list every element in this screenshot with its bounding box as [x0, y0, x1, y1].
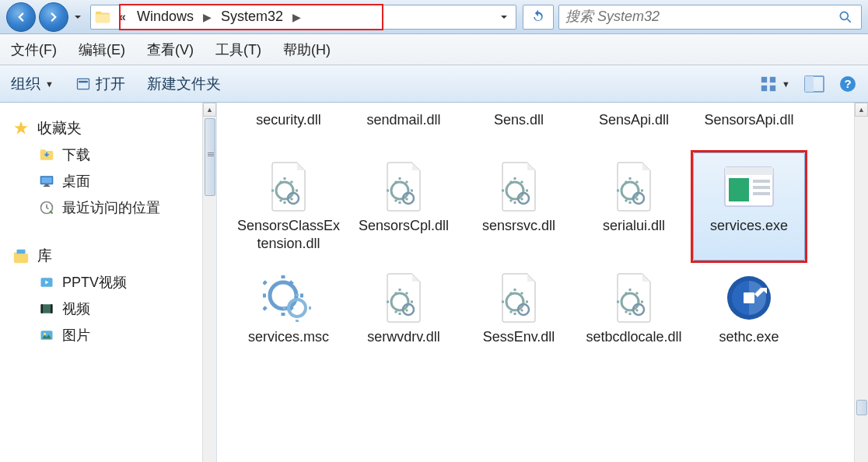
sidebar-desktop-label: 桌面 [62, 172, 90, 191]
view-options-button[interactable]: ▼ [760, 75, 790, 93]
file-label: SensorsClassExtension.dll [236, 217, 341, 254]
svg-rect-6 [770, 85, 775, 90]
svg-rect-47 [744, 292, 754, 303]
sidebar-libraries-label: 库 [37, 246, 52, 266]
sidebar-recent-label: 最近访问的位置 [62, 198, 160, 217]
sidebar-pictures[interactable]: 图片 [5, 322, 212, 348]
file-item[interactable]: security.dll [233, 110, 345, 149]
file-item[interactable]: sensrsvc.dll [463, 152, 575, 261]
search-icon[interactable] [836, 9, 855, 25]
svg-rect-4 [770, 76, 775, 82]
sethc-icon [722, 271, 776, 325]
content-scrollbar[interactable]: ▲ [854, 103, 868, 462]
file-label: services.msc [248, 328, 329, 346]
video-icon [39, 275, 54, 290]
sidebar-desktop[interactable]: 桌面 [5, 168, 212, 194]
file-item[interactable]: setbcdlocale.dll [578, 264, 690, 365]
sidebar-recent[interactable]: 最近访问的位置 [5, 194, 212, 221]
library-icon [12, 247, 30, 264]
exe-icon [722, 159, 776, 214]
dll-icon [376, 271, 431, 325]
file-label: sensrsvc.dll [482, 217, 555, 235]
dll-icon [376, 159, 431, 214]
sidebar-favorites-label: 收藏夹 [37, 118, 82, 138]
dll-icon [492, 159, 546, 214]
file-view: security.dll sendmail.dll Sens.dll SensA… [216, 103, 868, 462]
file-label: serialui.dll [603, 217, 665, 235]
search-input[interactable] [565, 9, 836, 25]
file-label: sethc.exe [719, 328, 779, 346]
open-label: 打开 [96, 74, 125, 94]
file-item[interactable]: serwvdrv.dll [348, 264, 460, 365]
open-button[interactable]: 打开 [75, 74, 125, 94]
svg-point-37 [270, 282, 296, 309]
breadcrumb-windows[interactable]: Windows [131, 7, 200, 26]
address-bar[interactable]: « Windows ▶ System32 ▶ [90, 5, 516, 30]
search-box[interactable] [558, 5, 862, 30]
sidebar-pptv-label: PPTV视频 [62, 273, 127, 292]
help-button[interactable]: ? [838, 75, 857, 93]
nav-history-dropdown[interactable] [72, 13, 84, 21]
sidebar-downloads-label: 下载 [62, 145, 90, 164]
menu-file[interactable]: 文件(F) [11, 40, 57, 59]
file-item[interactable]: SensApi.dll [578, 110, 690, 149]
menu-view[interactable]: 查看(V) [147, 40, 194, 59]
file-item[interactable]: SensorsCpl.dll [348, 152, 460, 261]
sidebar-libraries[interactable]: 库 [5, 243, 212, 269]
file-label: sendmail.dll [366, 111, 440, 129]
recent-icon [39, 200, 54, 215]
svg-rect-14 [44, 186, 50, 187]
breadcrumb-system32[interactable]: System32 [215, 7, 289, 26]
menu-edit[interactable]: 编辑(E) [79, 40, 125, 59]
refresh-button[interactable] [523, 5, 554, 30]
file-item[interactable]: serialui.dll [578, 152, 690, 261]
svg-rect-34 [753, 180, 770, 183]
organize-button[interactable]: 组织 ▼ [11, 74, 54, 94]
dll-icon [492, 271, 546, 325]
menu-tools[interactable]: 工具(T) [215, 40, 261, 59]
file-item[interactable]: sendmail.dll [348, 110, 460, 149]
forward-button[interactable] [39, 2, 68, 32]
chevron-overflow-icon[interactable]: « [119, 10, 126, 24]
preview-pane-button[interactable] [804, 75, 824, 93]
sidebar-scrollbar[interactable]: ▲ [202, 103, 216, 462]
svg-text:?: ? [844, 77, 851, 90]
chevron-right-icon: ▶ [292, 11, 301, 23]
new-folder-button[interactable]: 新建文件夹 [147, 74, 221, 94]
svg-point-22 [44, 333, 46, 335]
star-icon [12, 120, 30, 137]
file-item[interactable]: Sens.dll [463, 110, 575, 149]
scroll-thumb[interactable] [856, 400, 867, 415]
chevron-down-icon: ▼ [782, 79, 790, 89]
back-button[interactable] [6, 2, 36, 32]
address-dropdown[interactable] [495, 13, 513, 21]
svg-rect-32 [725, 167, 773, 175]
svg-point-0 [840, 12, 848, 19]
file-label: SessEnv.dll [483, 328, 555, 346]
dll-icon [261, 159, 316, 214]
video-icon [39, 301, 54, 317]
sidebar-downloads[interactable]: 下载 [5, 142, 212, 168]
menu-help[interactable]: 帮助(H) [283, 40, 331, 59]
file-label: setbcdlocale.dll [586, 328, 681, 346]
scroll-up-button[interactable]: ▲ [203, 103, 216, 117]
file-item[interactable]: SensorsApi.dll [693, 110, 805, 149]
sidebar-pptv[interactable]: PPTV视频 [5, 269, 212, 296]
svg-rect-12 [41, 177, 51, 184]
toolbar: 组织 ▼ 打开 新建文件夹 ▼ ? [0, 65, 868, 103]
sidebar-favorites[interactable]: 收藏夹 [5, 115, 212, 142]
svg-rect-13 [45, 184, 49, 186]
file-label: Sens.dll [494, 111, 544, 129]
open-icon [75, 76, 91, 92]
sidebar-video[interactable]: 视频 [5, 296, 212, 322]
file-item[interactable]: services.msc [233, 264, 345, 365]
scroll-thumb[interactable] [205, 118, 215, 196]
file-item[interactable]: SessEnv.dll [463, 264, 575, 365]
file-item[interactable]: sethc.exe [693, 264, 805, 365]
msc-icon [261, 271, 316, 325]
file-item-services-exe[interactable]: services.exe [693, 152, 805, 261]
picture-icon [39, 327, 54, 343]
scroll-up-button[interactable]: ▲ [855, 103, 868, 117]
file-item[interactable]: SensorsClassExtension.dll [233, 152, 345, 261]
dll-icon [607, 159, 661, 214]
